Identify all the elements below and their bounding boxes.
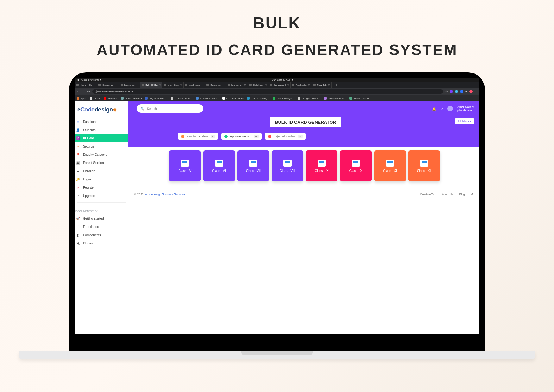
footer-link[interactable]: M (471, 193, 473, 196)
hero-title: BULK AUTOMATED ID CARD GENERATED SYSTEM (0, 0, 554, 59)
bookmark-label: Google Drive -… (302, 97, 321, 100)
sidebar-item-enquiry-category[interactable]: 📍Enquiry Category (75, 150, 128, 159)
all-admins-button[interactable]: All Admins (455, 118, 474, 124)
main-area: 🔍 Search 🔔 ⤢ Amar Nath M placeholder (128, 101, 479, 334)
reload-icon[interactable]: ⟳ (87, 90, 90, 93)
ext-icon-3[interactable] (460, 90, 463, 93)
star-icon[interactable]: ☆ (445, 90, 448, 93)
sidebar-item-register[interactable]: ◎Register (75, 183, 128, 192)
status-label: Pending Student (187, 135, 208, 138)
class-card-class-xii[interactable]: Class - XII (408, 150, 440, 181)
favicon-icon (76, 84, 79, 86)
bookmark-item[interactable]: 83 Beautiful C… (324, 97, 346, 100)
nav-label: Register (83, 186, 95, 189)
nav-icon: 🆔 (76, 136, 80, 140)
sidebar-doc-components[interactable]: ◧Components (75, 231, 128, 239)
close-icon[interactable]: ✕ (308, 84, 310, 86)
footer-link[interactable]: Blog (459, 193, 465, 196)
bookmark-item[interactable]: Edit fiddle - JS… (196, 97, 219, 100)
browser-tab[interactable]: localhost /✕ (184, 82, 205, 88)
close-icon[interactable]: ✕ (287, 84, 289, 86)
close-icon[interactable]: ✕ (244, 84, 246, 86)
browser-tab[interactable]: Orange an✕ (97, 82, 119, 88)
bookmark-item[interactable]: NodeJs Assets (121, 97, 142, 100)
forward-icon[interactable]: → (82, 90, 85, 93)
back-icon[interactable]: ← (77, 90, 79, 93)
sidebar-item-login[interactable]: 🔑Login (75, 175, 128, 183)
menu-icon[interactable]: ⋮ (475, 90, 477, 93)
nav-icon: ▭ (76, 120, 80, 123)
close-icon[interactable]: ✕ (265, 84, 267, 86)
profile-icon[interactable] (469, 90, 473, 93)
url-input[interactable]: ⓘ localhost/school/admin/id_card (92, 89, 443, 94)
bookmark-item[interactable]: Install Mongo… (273, 97, 294, 100)
nav-label: ID Card (83, 136, 94, 140)
class-card-class-viii[interactable]: Class - VIII (272, 150, 303, 181)
new-tab-button[interactable]: ＋ (332, 82, 341, 88)
sidebar-item-librarian[interactable]: ≣Librarian (75, 167, 128, 175)
company-link[interactable]: ecodedesign Software Services (145, 193, 185, 196)
browser-tab[interactable]: Home - Ca✕ (75, 82, 97, 88)
bookmark-item[interactable]: Apps (77, 97, 86, 100)
bookmark-item[interactable]: Free CSS Book (222, 97, 244, 100)
close-icon[interactable]: ✕ (328, 84, 330, 86)
status-pill-approve-student[interactable]: Approve Student8 (221, 133, 262, 140)
extensions-icon[interactable]: ✦ (465, 90, 468, 93)
status-pill-pending-student[interactable]: Pending Student2 (178, 133, 218, 140)
site-info-icon[interactable]: ⓘ (95, 90, 98, 93)
browser-tab[interactable]: HotelApp✕ (248, 82, 268, 88)
os-app-name[interactable]: Google Chrome ▾ (81, 79, 101, 81)
close-icon[interactable]: ✕ (136, 84, 139, 86)
bell-icon[interactable]: 🔔 (432, 107, 436, 111)
sidebar-item-upgrade[interactable]: ✈Upgrade (75, 192, 128, 200)
bookmark-item[interactable]: Log In - Demo… (145, 97, 167, 100)
browser-tab[interactable]: Bulk ID Ca✕ (140, 82, 162, 88)
class-card-class-vi[interactable]: Class - VI (203, 150, 235, 181)
bookmark-item[interactable]: Gmail (90, 97, 100, 100)
close-icon[interactable]: ✕ (93, 84, 96, 86)
class-card-class-ix[interactable]: Class - IX (306, 150, 337, 181)
browser-tab[interactable]: Applicatio✕ (291, 82, 312, 88)
sidebar-item-id-card[interactable]: 🆔ID Card (75, 134, 128, 142)
close-icon[interactable]: ✕ (159, 84, 161, 86)
sidebar-item-settings[interactable]: ✶Settings (75, 142, 128, 150)
class-card-class-x[interactable]: Class - X (340, 150, 372, 181)
bookmark-item[interactable]: Mobile Detect… (349, 97, 372, 100)
browser-tab[interactable]: Resturant✕ (205, 82, 226, 88)
ext-icon-1[interactable] (450, 90, 453, 93)
close-icon[interactable]: ✕ (180, 84, 182, 86)
ext-icon-2[interactable] (455, 90, 458, 93)
close-icon[interactable]: ✕ (223, 84, 225, 86)
footer-link[interactable]: About Us (442, 193, 453, 196)
sidebar-item-parent-section[interactable]: 👪Parent Section (75, 159, 128, 167)
class-card-strip: Class - VClass - VIClass - VIIClass - VI… (128, 147, 479, 187)
sidebar-item-dashboard[interactable]: ▭Dashboard (75, 117, 128, 126)
class-card-class-v[interactable]: Class - V (169, 150, 201, 181)
bookmark-item[interactable]: Google Drive -… (298, 97, 321, 100)
app-root: eCodedesign❀ ▭Dashboard👤Students🆔ID Card… (75, 101, 479, 334)
sidebar-doc-getting-started[interactable]: 🚀Getting started (75, 214, 128, 223)
expand-icon[interactable]: ⤢ (440, 107, 443, 111)
class-card-class-xi[interactable]: Class - XI (374, 150, 406, 181)
browser-tab[interactable]: Sahaganj |✕ (268, 82, 291, 88)
logo[interactable]: eCodedesign❀ (75, 101, 128, 117)
status-pill-rejected-student[interactable]: Rejected Student0 (265, 133, 306, 140)
footer-link[interactable]: Creative Tim (420, 193, 436, 196)
browser-tab[interactable]: lms - Goo✕ (162, 82, 184, 88)
bookmark-item[interactable]: YouTube (104, 97, 117, 100)
browser-tab[interactable]: laptop scr✕ (119, 82, 141, 88)
sidebar-doc-plugins[interactable]: 🔌Plugins (75, 239, 128, 247)
bookmark-icon (247, 97, 250, 100)
bookmark-item[interactable]: Yarn Installing… (247, 97, 269, 100)
bookmark-label: YouTube (108, 97, 117, 100)
browser-tab[interactable]: Ios icons -✕ (226, 82, 248, 88)
sidebar-item-students[interactable]: 👤Students (75, 126, 128, 134)
search-input[interactable]: 🔍 Search (137, 104, 203, 113)
class-card-class-vii[interactable]: Class - VII (237, 150, 269, 181)
sidebar-doc-foundation[interactable]: ⬡Foundation (75, 223, 128, 231)
bookmark-item[interactable]: Remove Com… (171, 97, 193, 100)
close-icon[interactable]: ✕ (201, 84, 204, 86)
avatar[interactable] (447, 106, 453, 111)
browser-tab[interactable]: New Tab✕ (312, 82, 332, 88)
close-icon[interactable]: ✕ (116, 84, 118, 86)
